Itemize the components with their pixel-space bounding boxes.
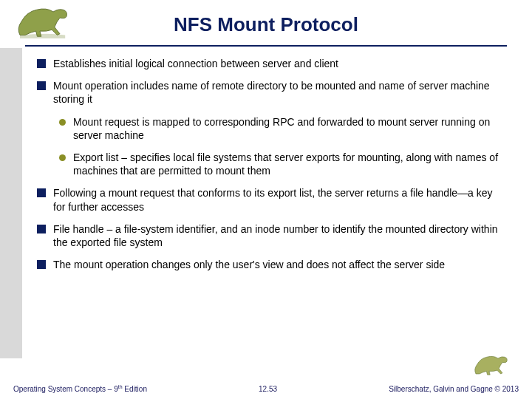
book-title-a: Operating System Concepts – 9 — [13, 385, 118, 393]
square-bullet-icon — [37, 59, 46, 68]
square-bullet-icon — [37, 260, 46, 269]
bullet-text: Mount operation includes name of remote … — [53, 79, 502, 106]
bullet-text: Establishes initial logical connection b… — [53, 57, 338, 70]
bullet-text: Mount request is mapped to corresponding… — [73, 115, 502, 142]
bullet-text: File handle – a file-system identifier, … — [53, 222, 502, 249]
footer-left: Operating System Concepts – 9th Edition — [13, 384, 147, 393]
bullet-text: Following a mount request that conforms … — [53, 186, 502, 213]
dinosaur-small-icon — [471, 350, 516, 380]
square-bullet-icon — [37, 225, 46, 233]
slide-content: Establishes initial logical connection b… — [0, 47, 532, 271]
square-bullet-icon — [37, 81, 46, 90]
square-bullet-icon — [37, 188, 46, 197]
bullet-item: Establishes initial logical connection b… — [37, 57, 502, 70]
dinosaur-icon — [13, 1, 80, 42]
bullet-item: Following a mount request that conforms … — [37, 186, 502, 213]
slide-footer: Operating System Concepts – 9th Edition … — [0, 384, 532, 393]
slide-header: NFS Mount Protocol — [0, 0, 532, 41]
bullet-text: Export list – specifies local file syste… — [73, 151, 502, 177]
bullet-item: File handle – a file-system identifier, … — [37, 222, 502, 249]
sub-bullet-item: Export list – specifies local file syste… — [59, 151, 502, 177]
bullet-item: Mount operation includes name of remote … — [37, 79, 502, 106]
round-bullet-icon — [59, 119, 66, 126]
book-title-b: Edition — [123, 385, 147, 393]
round-bullet-icon — [59, 154, 66, 161]
slide-title: NFS Mount Protocol — [15, 7, 517, 36]
bullet-item: The mount operation changes only the use… — [37, 258, 502, 271]
bullet-text: The mount operation changes only the use… — [53, 258, 445, 271]
sidebar-band — [0, 48, 22, 358]
sub-bullet-item: Mount request is mapped to corresponding… — [59, 115, 502, 142]
slide-number: 12.53 — [147, 385, 389, 393]
footer-right: Silberschatz, Galvin and Gagne © 2013 — [389, 385, 519, 393]
